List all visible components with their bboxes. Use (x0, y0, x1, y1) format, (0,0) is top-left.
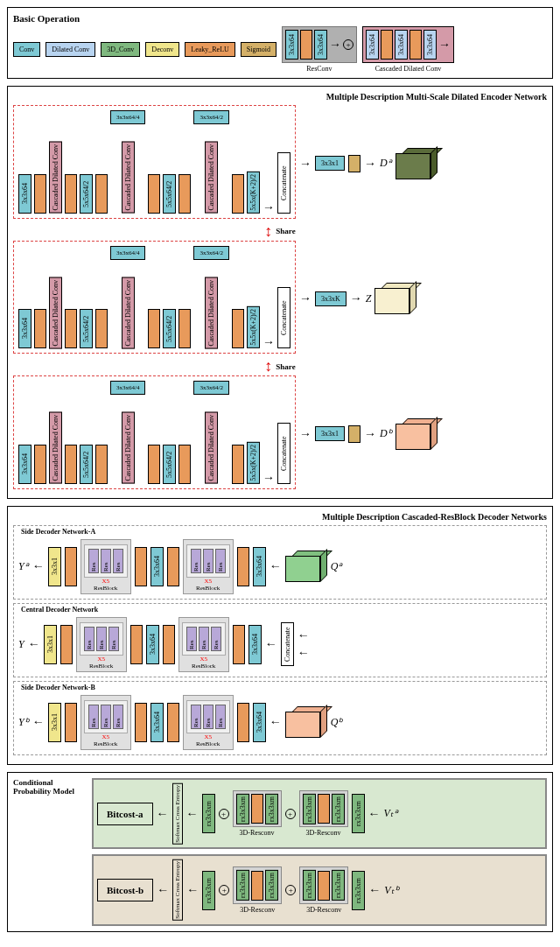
cascaded-block: Cascaded Dilated Conv (122, 412, 135, 484)
leaky-icon (34, 309, 46, 348)
arrow-icon: → (299, 158, 312, 170)
prob-title: Conditional Probability Model (13, 778, 83, 796)
res-unit: Res (84, 627, 94, 651)
legend-resconv-group: 3x3x64 3x3x64 → + ResConv (282, 26, 357, 73)
conv-block: 5x5x(K+2)/2 (247, 442, 260, 484)
conv-block: 3x3x64 (146, 625, 159, 664)
conv-block: 3x3x64 (150, 703, 164, 742)
conv3d-block: rx3x3xm (202, 871, 215, 910)
concat-block: Concatenate (277, 423, 290, 484)
arrow-icon: → (329, 39, 341, 51)
encoder-title: Multiple Description Multi-Scale Dilated… (13, 92, 547, 102)
resblock-label: ResBlock (182, 663, 226, 670)
encoder-panel: Multiple Description Multi-Scale Dilated… (7, 86, 553, 499)
leaky-icon (135, 703, 147, 742)
resblock-label: ResBlock (84, 585, 128, 592)
arrow-icon: → (299, 428, 312, 440)
share-label: Share (276, 227, 295, 235)
deconv-block: 3x3x1 (44, 625, 57, 664)
res-unit: Res (101, 549, 111, 573)
out-conv: 3x3xK (315, 291, 346, 306)
concat-block: Concatenate (277, 152, 290, 214)
leaky-icon (65, 174, 77, 214)
conv3d-inner: rx3x3xm (332, 794, 345, 824)
cube-qb (285, 706, 327, 738)
input-vb: Vₜᵇ (384, 884, 398, 897)
plus-icon: + (343, 39, 354, 50)
legend-cascaded-inner3: 3x3x64 (424, 30, 437, 60)
arrow-icon: ← (157, 884, 169, 896)
share-arrow-icon: ↕ (264, 357, 272, 375)
conv-block: 5x5x(K+2)/2 (247, 172, 260, 214)
concat-block: Concatenate (277, 287, 290, 348)
conv3d-inner: rx3x3xm (332, 870, 345, 901)
skip-block: 3x3x64/4 (110, 381, 145, 395)
legend-3dconv: 3D_Conv (101, 42, 140, 57)
leaky-icon (65, 445, 77, 484)
out-conv: 3x3x1 (315, 156, 345, 171)
res-unit: Res (88, 549, 99, 573)
resconv3d-block: rx3x3xm rx3x3xm (233, 790, 282, 828)
skip-block: 3x3x64/2 (193, 246, 228, 260)
cube-da (396, 148, 438, 179)
output-ya: Yᵃ (18, 560, 29, 573)
share-indicator-2: ↕ Share (13, 357, 547, 375)
input-qb: Qᵇ (331, 716, 343, 729)
legend-panel: Basic Operation Conv Dilated Conv 3D_Con… (7, 7, 553, 79)
conv3d-block: rx3x3xm (352, 871, 365, 910)
res-unit: Res (215, 705, 226, 729)
resblock-label: ResBlock (186, 585, 230, 592)
leaky-icon (65, 703, 77, 742)
conv-block: 5x5x64/2 (80, 445, 93, 484)
sigmoid-icon (348, 155, 360, 172)
resblock: Res Res Res X5 ResBlock (80, 695, 131, 750)
decoder-title: Multiple Description Cascaded-ResBlock D… (13, 512, 547, 522)
legend-resconv-inner1: 3x3x64 (285, 30, 298, 60)
resconv3d-label: 3D-Resconv (306, 829, 341, 837)
x5-label: X5 (97, 656, 105, 663)
output-yb: Yᵇ (18, 716, 29, 729)
res-unit: Res (186, 627, 197, 651)
cascaded-block: Cascaded Dilated Conv (205, 412, 218, 484)
cascaded-block: Cascaded Dilated Conv (122, 277, 135, 349)
res-unit: Res (191, 549, 201, 573)
legend-dilated: Dilated Conv (46, 42, 95, 57)
resblock-label: ResBlock (186, 740, 230, 747)
legend-resconv-box: 3x3x64 3x3x64 → + (282, 26, 357, 63)
conv3d-inner: rx3x3xm (265, 870, 278, 901)
conv-block: 3x3x64 (18, 174, 32, 214)
legend-deconv: Deconv (145, 42, 179, 57)
resconv3d-label: 3D-Resconv (240, 829, 275, 837)
res-unit: Res (203, 549, 214, 573)
conv-block: 5x5x(K+2)/2 (247, 306, 260, 348)
skip-block: 3x3x64/4 (110, 246, 145, 260)
legend-leaky: Leaky_ReLU (185, 42, 235, 57)
softmax-block: Softmax Cross Entropy (172, 859, 183, 921)
decoder-side-a: Side Decoder Network-A Yᵃ ← 3x3x1 Res Re… (13, 525, 547, 600)
arrow-icon: ← (298, 647, 310, 659)
conv3d-inner: rx3x3xm (265, 794, 278, 824)
conv-block: 5x5x64/2 (163, 174, 176, 214)
conv-block: 5x5x64/2 (163, 445, 176, 484)
resblock-label: ResBlock (80, 663, 123, 670)
leaky-icon (148, 174, 160, 214)
res-unit: Res (203, 705, 214, 729)
x5-label: X5 (102, 733, 109, 740)
arrow-icon: ← (270, 560, 282, 572)
conv3d-inner: rx3x3xm (303, 794, 316, 824)
arrow-icon: → (262, 336, 275, 348)
res-unit: Res (101, 705, 111, 729)
leaky-icon (232, 174, 244, 214)
cube-z (374, 283, 416, 314)
leaky-icon (65, 309, 77, 348)
leaky-icon (148, 309, 160, 348)
probability-panel: Conditional Probability Model Bitcost-a … (7, 772, 553, 932)
resconv3d-block: rx3x3xm rx3x3xm (299, 866, 348, 904)
conv3d-block: rx3x3xm (202, 794, 215, 833)
cube-qa (285, 551, 327, 582)
leaky-icon (251, 871, 263, 901)
leaky-icon (318, 871, 330, 901)
leaky-icon (167, 703, 179, 742)
res-unit: Res (113, 705, 123, 729)
leaky-icon (318, 794, 330, 824)
